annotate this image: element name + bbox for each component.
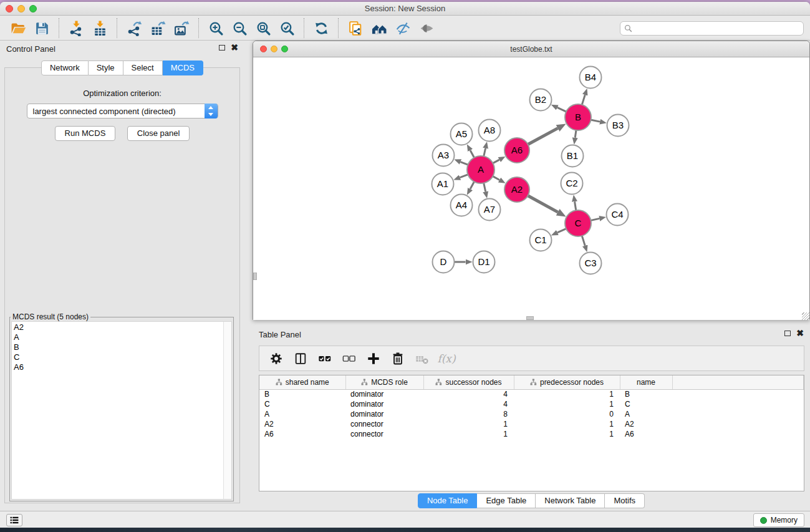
export-image-button[interactable] xyxy=(172,19,191,37)
zoom-selected-button[interactable] xyxy=(277,19,296,37)
task-history-button[interactable] xyxy=(6,514,22,526)
mcds-result-item[interactable]: A6 xyxy=(14,362,231,372)
function-builder-button[interactable]: f(x) xyxy=(437,350,456,367)
tab-mcds[interactable]: MCDS xyxy=(163,60,203,75)
graph-node-B1[interactable]: B1 xyxy=(562,145,584,167)
table-cell[interactable]: A6 xyxy=(259,429,345,439)
graph-node-A1[interactable]: A1 xyxy=(432,173,454,195)
graph-node-C4[interactable]: C4 xyxy=(607,204,629,226)
canvas-horizontal-scroll-handle[interactable] xyxy=(526,316,534,320)
table-cell[interactable]: A2 xyxy=(259,419,345,429)
table-cell[interactable]: A2 xyxy=(620,419,672,429)
table-cell[interactable]: 1 xyxy=(514,419,620,429)
table-cell[interactable]: 1 xyxy=(514,389,620,399)
export-network-button[interactable] xyxy=(125,19,143,37)
show-column-button[interactable] xyxy=(291,350,310,367)
graph-node-D1[interactable]: D1 xyxy=(473,251,495,273)
table-options-button[interactable] xyxy=(267,350,286,367)
table-cell[interactable]: dominator xyxy=(345,409,423,419)
close-panel-button[interactable]: Close panel xyxy=(127,126,190,141)
select-all-button[interactable] xyxy=(316,350,334,367)
tab-network-table[interactable]: Network Table xyxy=(536,493,605,508)
graph-node-A6[interactable]: A6 xyxy=(504,138,529,163)
table-cell[interactable]: C xyxy=(259,399,345,409)
graph-node-A2[interactable]: A2 xyxy=(504,177,529,202)
run-mcds-button[interactable]: Run MCDS xyxy=(55,126,116,141)
zoom-fit-button[interactable] xyxy=(254,19,272,37)
table-cell[interactable]: 0 xyxy=(514,409,620,419)
table-cell[interactable]: dominator xyxy=(345,389,423,399)
graph-edge-A2-C[interactable] xyxy=(527,195,558,212)
copy-view-button[interactable] xyxy=(346,19,365,37)
tab-network[interactable]: Network xyxy=(41,60,89,75)
add-column-button[interactable] xyxy=(364,350,383,367)
graph-node-B3[interactable]: B3 xyxy=(607,115,629,137)
graph-node-A7[interactable]: A7 xyxy=(479,199,501,221)
graph-edge-A6-B[interactable] xyxy=(527,128,558,145)
table-cell[interactable]: A xyxy=(620,409,672,419)
tab-node-table[interactable]: Node Table xyxy=(418,493,478,508)
open-session-button[interactable] xyxy=(9,19,27,37)
float-table-panel-icon[interactable] xyxy=(784,331,791,336)
table-cell[interactable]: connector xyxy=(345,419,423,429)
zoom-in-button[interactable] xyxy=(206,19,225,37)
table-cell[interactable]: A6 xyxy=(620,429,672,439)
tab-style[interactable]: Style xyxy=(89,60,123,75)
deselect-all-button[interactable] xyxy=(340,350,359,367)
show-selected-button[interactable] xyxy=(417,19,436,37)
graph-node-C[interactable]: C xyxy=(565,210,591,236)
hide-selected-button[interactable] xyxy=(393,19,412,37)
close-panel-icon[interactable]: ✖ xyxy=(231,44,238,51)
search-input[interactable] xyxy=(635,22,803,35)
table-cell[interactable]: dominator xyxy=(345,399,423,409)
table-cell[interactable]: C xyxy=(620,399,672,409)
graph-node-A3[interactable]: A3 xyxy=(433,145,455,167)
mcds-result-item[interactable]: A2 xyxy=(14,322,231,332)
tab-motifs[interactable]: Motifs xyxy=(605,493,645,508)
delete-column-button[interactable] xyxy=(388,350,407,367)
table-cell[interactable]: 1 xyxy=(514,399,620,409)
column-header-mcds-role[interactable]: MCDS role xyxy=(345,375,423,389)
graph-node-C1[interactable]: C1 xyxy=(530,230,552,251)
table-cell[interactable]: 4 xyxy=(423,399,514,409)
import-table-button[interactable] xyxy=(90,19,109,37)
table-cell[interactable]: B xyxy=(259,389,345,399)
mcds-result-item[interactable]: B xyxy=(14,342,231,352)
network-canvas[interactable]: B4B2BB3A8A5A6A3B1AA1C2A2A4A7C4CC1C3DD1 xyxy=(253,57,809,320)
window-resize-grip[interactable] xyxy=(802,312,809,320)
column-header-name[interactable]: name xyxy=(620,375,672,389)
refresh-view-button[interactable] xyxy=(312,19,330,37)
graph-node-D[interactable]: D xyxy=(433,251,455,273)
memory-button[interactable]: Memory xyxy=(753,513,804,527)
network-window-titlebar[interactable]: testGlobe.txt xyxy=(253,41,809,57)
table-cell[interactable]: 8 xyxy=(423,409,514,419)
graph-node-A8[interactable]: A8 xyxy=(479,120,501,142)
delete-table-button[interactable] xyxy=(413,350,432,367)
graph-node-A5[interactable]: A5 xyxy=(451,123,473,145)
table-cell[interactable]: 1 xyxy=(514,429,620,439)
show-all-networks-button[interactable] xyxy=(370,19,388,37)
result-scrollbar[interactable] xyxy=(223,322,231,499)
mcds-result-item[interactable]: C xyxy=(14,352,231,362)
table-cell[interactable]: 4 xyxy=(423,389,514,399)
table-cell[interactable]: B xyxy=(620,389,672,399)
table-cell[interactable]: connector xyxy=(345,429,423,439)
graph-node-B2[interactable]: B2 xyxy=(530,89,552,111)
tab-edge-table[interactable]: Edge Table xyxy=(477,493,536,508)
zoom-out-button[interactable] xyxy=(230,19,249,37)
graph-node-A4[interactable]: A4 xyxy=(451,195,473,216)
canvas-vertical-scroll-handle[interactable] xyxy=(253,273,257,280)
column-header-successor-nodes[interactable]: successor nodes xyxy=(423,375,514,389)
graph-node-C2[interactable]: C2 xyxy=(561,173,583,195)
table-cell[interactable]: A xyxy=(259,409,345,419)
graph-node-A[interactable]: A xyxy=(467,156,494,183)
save-session-button[interactable] xyxy=(32,19,51,37)
tab-select[interactable]: Select xyxy=(123,60,163,75)
export-table-button[interactable] xyxy=(148,19,167,37)
mcds-result-item[interactable]: A xyxy=(14,332,231,342)
graph-node-B4[interactable]: B4 xyxy=(580,67,602,89)
table-cell[interactable]: 1 xyxy=(423,429,514,439)
criterion-select[interactable]: largest connected component (directed) xyxy=(27,104,218,118)
graph-node-C3[interactable]: C3 xyxy=(580,253,602,274)
table-cell[interactable]: 1 xyxy=(423,419,514,429)
